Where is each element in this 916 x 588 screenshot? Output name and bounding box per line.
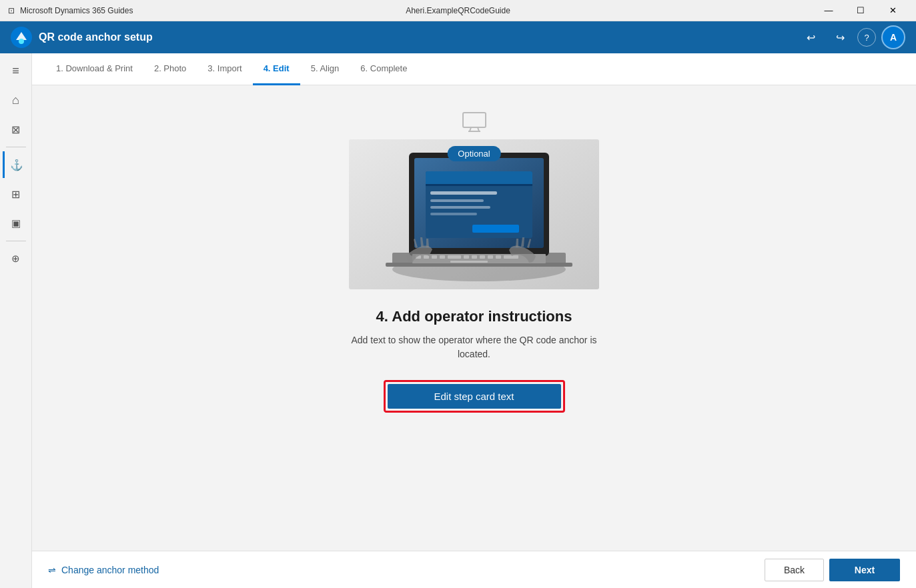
edit-step-card-button[interactable]: Edit step card text bbox=[388, 384, 561, 409]
step-2[interactable]: 2. Photo bbox=[143, 53, 197, 85]
nav-buttons: Back Next bbox=[765, 559, 900, 581]
svg-rect-28 bbox=[480, 255, 485, 259]
svg-rect-2 bbox=[463, 113, 486, 127]
sidebar-divider-2 bbox=[6, 241, 26, 241]
edit-btn-highlight: Edit step card text bbox=[384, 380, 565, 413]
step-6[interactable]: 6. Complete bbox=[350, 53, 418, 85]
app-icon: ⊡ bbox=[8, 6, 15, 15]
step-5[interactable]: 5. Align bbox=[300, 53, 350, 85]
step-1[interactable]: 1. Download & Print bbox=[45, 53, 143, 85]
bottom-bar: ⇌ Change anchor method Back Next bbox=[32, 551, 916, 588]
sidebar: ≡ ⌂ ⊠ ⚓ ⊞ ▣ ⊕ bbox=[0, 53, 32, 588]
app-name: Microsoft Dynamics 365 Guides bbox=[20, 6, 133, 15]
svg-rect-16 bbox=[430, 199, 484, 202]
step-description: Add text to show the operator where the … bbox=[348, 333, 601, 361]
sidebar-item-grid[interactable]: ⊞ bbox=[3, 181, 29, 207]
image-container: Optional bbox=[349, 139, 599, 292]
svg-rect-23 bbox=[432, 255, 437, 259]
laptop-illustration bbox=[349, 139, 599, 289]
help-button[interactable]: ? bbox=[857, 28, 876, 47]
svg-rect-15 bbox=[430, 191, 497, 195]
maximize-button[interactable]: ☐ bbox=[845, 0, 876, 21]
app-logo bbox=[11, 27, 32, 48]
monitor-icon bbox=[462, 112, 486, 137]
redo-button[interactable]: ↪ bbox=[828, 25, 852, 49]
change-anchor-button[interactable]: ⇌ Change anchor method bbox=[48, 565, 159, 575]
step-3[interactable]: 3. Import bbox=[197, 53, 252, 85]
undo-button[interactable]: ↩ bbox=[799, 25, 823, 49]
back-button[interactable]: Back bbox=[765, 559, 824, 581]
svg-rect-19 bbox=[472, 225, 519, 233]
svg-rect-18 bbox=[430, 213, 477, 215]
app-header: QR code anchor setup ↩ ↪ ? A bbox=[0, 21, 916, 53]
steps-nav: 1. Download & Print 2. Photo 3. Import 4… bbox=[32, 53, 916, 85]
sidebar-divider-1 bbox=[6, 147, 26, 147]
svg-rect-13 bbox=[426, 171, 532, 186]
svg-rect-22 bbox=[424, 255, 429, 259]
page-content: Optional bbox=[32, 85, 916, 551]
sidebar-item-menu[interactable]: ≡ bbox=[3, 57, 29, 84]
app-header-left: QR code anchor setup bbox=[11, 27, 153, 48]
svg-rect-27 bbox=[472, 255, 477, 259]
svg-rect-17 bbox=[430, 206, 490, 209]
content-area: 1. Download & Print 2. Photo 3. Import 4… bbox=[32, 53, 916, 588]
svg-rect-30 bbox=[496, 255, 501, 259]
svg-rect-31 bbox=[504, 255, 518, 259]
sidebar-item-anchor[interactable]: ⚓ bbox=[3, 151, 29, 178]
app-title: QR code anchor setup bbox=[39, 31, 153, 43]
change-anchor-icon: ⇌ bbox=[48, 565, 56, 575]
minimize-button[interactable]: — bbox=[813, 0, 844, 21]
avatar[interactable]: A bbox=[881, 25, 905, 49]
title-bar: ⊡ Microsoft Dynamics 365 Guides Aheri.Ex… bbox=[0, 0, 916, 21]
main-layout: ≡ ⌂ ⊠ ⚓ ⊞ ▣ ⊕ 1. Download & Print 2. Pho… bbox=[0, 53, 916, 588]
optional-badge: Optional bbox=[447, 146, 500, 161]
app-header-right: ↩ ↪ ? A bbox=[799, 25, 905, 49]
file-name: Aheri.ExampleQRCodeGuide bbox=[406, 6, 510, 15]
change-anchor-label: Change anchor method bbox=[61, 565, 159, 575]
svg-rect-29 bbox=[488, 255, 493, 259]
svg-point-1 bbox=[19, 39, 24, 44]
svg-rect-14 bbox=[426, 184, 532, 186]
svg-rect-24 bbox=[440, 255, 445, 259]
sidebar-item-layout[interactable]: ▣ bbox=[3, 210, 29, 237]
title-bar-left: ⊡ Microsoft Dynamics 365 Guides bbox=[8, 6, 133, 15]
sidebar-item-copy[interactable]: ⊕ bbox=[3, 245, 29, 272]
step-4[interactable]: 4. Edit bbox=[253, 53, 300, 85]
close-button[interactable]: ✕ bbox=[877, 0, 908, 21]
next-button[interactable]: Next bbox=[829, 559, 900, 581]
svg-rect-25 bbox=[448, 255, 461, 259]
sidebar-item-home[interactable]: ⌂ bbox=[3, 87, 29, 113]
window-controls: — ☐ ✕ bbox=[813, 0, 908, 21]
step-heading: 4. Add operator instructions bbox=[376, 308, 572, 325]
svg-rect-26 bbox=[464, 255, 469, 259]
svg-rect-32 bbox=[450, 261, 488, 263]
sidebar-item-image[interactable]: ⊠ bbox=[3, 116, 29, 143]
